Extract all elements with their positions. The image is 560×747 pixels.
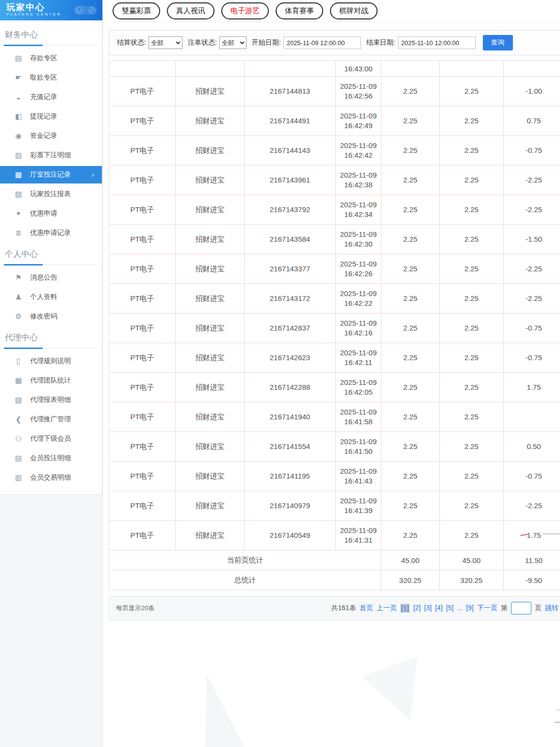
page-number-link[interactable]: [2] bbox=[413, 604, 421, 613]
sidebar-item-label: 取款专区 bbox=[30, 73, 57, 82]
sidebar-item[interactable]: ▯ 代理规则说明 bbox=[0, 351, 102, 371]
order-status-select[interactable]: 全部 bbox=[219, 36, 247, 49]
settle-status-select[interactable]: 全部 bbox=[148, 36, 182, 49]
page-number-link[interactable]: [4] bbox=[435, 604, 443, 613]
jump-button[interactable]: 跳转 bbox=[545, 604, 559, 613]
summary-row: 总统计 320.25 320.25 -9.50 bbox=[109, 570, 560, 590]
game-category-tab[interactable]: 电子游艺 bbox=[221, 2, 269, 19]
sidebar-item[interactable]: ▦ 代理团队统计 bbox=[0, 371, 102, 390]
agent-team-stats-icon: ▦ bbox=[14, 376, 23, 385]
cell-date: 2025-11-09 bbox=[336, 378, 381, 387]
cell-date: 2025-11-09 bbox=[336, 407, 381, 417]
cell-platform: PT电子 bbox=[109, 254, 176, 284]
sidebar-item[interactable]: ⚇ 代理下级会员 bbox=[0, 429, 102, 448]
cell-date: 2025-11-09 bbox=[336, 141, 381, 150]
sidebar-item[interactable]: ⚙ 修改密码 bbox=[0, 307, 102, 326]
page-number-link[interactable]: [5] bbox=[446, 604, 454, 613]
next-page-link[interactable]: 下一页 bbox=[477, 604, 497, 613]
cell-bet: 2.25 bbox=[381, 77, 440, 106]
sidebar-item-label: 代理规则说明 bbox=[30, 357, 71, 365]
cell-time: 16:42:38 bbox=[336, 180, 381, 190]
total-count-text: 共161条 bbox=[331, 604, 356, 613]
section-title: 个人中心 bbox=[0, 243, 102, 260]
deposit-icon: ▤ bbox=[14, 54, 23, 63]
jump-page-input[interactable] bbox=[511, 602, 531, 614]
page-number-link[interactable]: [1] bbox=[400, 604, 410, 613]
sidebar-item[interactable]: ◧ 提现记录 bbox=[0, 107, 102, 126]
sidebar-item[interactable]: ▨ 玩家投注报表 bbox=[0, 184, 102, 204]
cell-winloss: -2.25 bbox=[504, 166, 560, 195]
sidebar-item[interactable]: ≣ 优惠申请记录 bbox=[0, 223, 102, 243]
page-number-link[interactable]: ... bbox=[457, 604, 463, 613]
page-number-link[interactable]: [3] bbox=[424, 604, 432, 613]
section-divider bbox=[4, 265, 98, 265]
cell-datetime: 2025-11-09 16:42:38 bbox=[336, 166, 381, 195]
cell-date: 2025-11-09 bbox=[336, 466, 381, 476]
sidebar-nav: 财务中心 ▤ 存款专区 ☛ 取款专区 bbox=[0, 20, 102, 495]
sidebar-item[interactable]: ❮ 代理推广管理 bbox=[0, 410, 102, 429]
sidebar-item[interactable]: ✦ 优惠申请 bbox=[0, 204, 102, 223]
game-category-tab[interactable]: 真人视讯 bbox=[167, 2, 214, 19]
section-divider bbox=[4, 348, 98, 349]
cell-date: 2025-11-09 bbox=[336, 289, 381, 299]
cell-game: 招财进宝 bbox=[176, 402, 245, 432]
table-row: PT电子 招财进宝 2167141195 2025-11-09 16:41:43… bbox=[109, 462, 560, 491]
promo-apply-record-icon: ≣ bbox=[14, 229, 23, 237]
cell-bet: 2.25 bbox=[381, 491, 440, 521]
sidebar-item-label: 存款专区 bbox=[30, 54, 57, 63]
end-date-input[interactable] bbox=[398, 36, 476, 49]
cell-valid: 2.25 bbox=[440, 195, 504, 225]
member-bet-detail-icon: ▤ bbox=[14, 454, 23, 463]
pagination-bar: 每页显示20条 共161条 首页 上一页 [1] [2] [3] [4] [5]… bbox=[109, 596, 560, 620]
table-row: PT电子 招财进宝 2167140549 2025-11-09 16:41:31… bbox=[109, 521, 560, 550]
member-transaction-detail-icon: ▥ bbox=[14, 473, 23, 482]
first-page-link[interactable]: 首页 bbox=[360, 604, 373, 613]
withdraw-icon: ☛ bbox=[14, 73, 23, 82]
cell-platform: PT电子 bbox=[109, 402, 176, 432]
cell-order-no: 2167141554 bbox=[245, 432, 336, 462]
cell-date: 2025-11-09 bbox=[336, 111, 381, 121]
cell-valid: 2.25 bbox=[440, 343, 504, 373]
sidebar-item[interactable]: ▥ 会员交易明细 bbox=[0, 468, 102, 487]
sidebar-item-label: 会员交易明细 bbox=[30, 473, 71, 482]
sidebar-item[interactable]: ▤ 存款专区 bbox=[0, 49, 102, 68]
cell-datetime: 2025-11-09 16:42:30 bbox=[336, 225, 381, 254]
table-row: PT电子 招财进宝 2167143377 2025-11-09 16:42:26… bbox=[109, 254, 560, 284]
page-number-link[interactable]: [9] bbox=[466, 604, 474, 613]
cell-bet: 2.25 bbox=[381, 373, 440, 402]
table-row: PT电子 招财进宝 2167141940 2025-11-09 16:41:58… bbox=[109, 402, 560, 432]
page-size-text: 每页显示20条 bbox=[116, 604, 154, 613]
cell-bet: 2.25 bbox=[381, 432, 440, 462]
cell-winloss: -0.75 bbox=[504, 462, 560, 491]
sidebar-item[interactable]: ▥ 彩票下注明细 bbox=[0, 146, 102, 165]
cell-winloss: -0.75 bbox=[504, 343, 560, 373]
cell-bet: 2.25 bbox=[381, 136, 440, 166]
search-button[interactable]: 查询 bbox=[483, 35, 513, 50]
game-category-tabs: 雙赢彩票 真人视讯 电子游艺 体育赛事 棋牌对战 bbox=[103, 0, 560, 22]
cell-game: 招财进宝 bbox=[176, 462, 245, 491]
withdraw-record-icon: ◧ bbox=[14, 112, 23, 121]
sidebar-item[interactable]: ◉ 资金记录 bbox=[0, 126, 102, 146]
sidebar-item[interactable]: ⚑ 消息公告 bbox=[0, 268, 102, 287]
sidebar-section-personal: 个人中心 ⚑ 消息公告 ♟ 个人资料 bbox=[0, 243, 102, 326]
sidebar-item[interactable]: ☛ 取款专区 bbox=[0, 68, 102, 87]
prev-page-link[interactable]: 上一页 bbox=[377, 604, 397, 613]
sidebar-item[interactable]: ▤ 会员投注明细 bbox=[0, 448, 102, 468]
start-date-input[interactable] bbox=[283, 36, 361, 49]
game-category-tab[interactable]: 体育赛事 bbox=[276, 2, 323, 19]
summary-bet: 320.25 bbox=[381, 570, 440, 590]
sidebar-item[interactable]: ▦ 厅室投注记录 › bbox=[0, 166, 102, 183]
sidebar-item[interactable]: ▧ 代理报表明细 bbox=[0, 390, 102, 410]
cell-bet: 2.25 bbox=[381, 225, 440, 254]
sidebar-item[interactable]: ◒ 充值记录 bbox=[0, 87, 102, 107]
cell-game: 招财进宝 bbox=[176, 343, 245, 373]
cell-datetime: 2025-11-09 16:41:50 bbox=[336, 432, 381, 462]
cell-winloss: -0.75 bbox=[504, 136, 560, 166]
game-category-tab[interactable]: 棋牌对战 bbox=[330, 2, 378, 19]
cell-winloss: -1.00 bbox=[504, 77, 560, 106]
sidebar-item[interactable]: ♟ 个人资料 bbox=[0, 287, 102, 307]
game-category-tab[interactable]: 雙赢彩票 bbox=[113, 2, 160, 19]
cell-winloss: 0.50 bbox=[504, 432, 560, 462]
sidebar-item-label: 修改密码 bbox=[30, 312, 57, 321]
cell-winloss: 1.75 bbox=[504, 373, 560, 402]
